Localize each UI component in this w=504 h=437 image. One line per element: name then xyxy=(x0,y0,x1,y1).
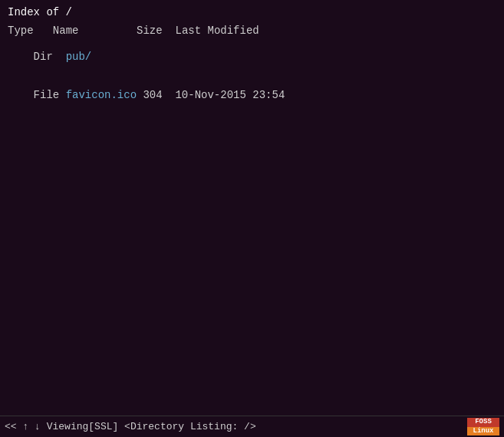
foss-label: FOSS xyxy=(467,418,499,427)
file-row: File favicon.ico 304 10-Nov-2015 23:54 xyxy=(8,77,496,113)
foss-linux-badge: FOSS Linux xyxy=(467,419,499,435)
name-col-header: Name xyxy=(53,25,79,37)
main-content: Index of / Type Name Size Last Modified … xyxy=(0,0,504,416)
modified-col-header: Last Modified xyxy=(175,25,259,37)
file-type-label: File xyxy=(34,89,66,101)
favicon-file-link[interactable]: favicon.ico xyxy=(66,89,137,101)
status-text-area: << ↑ ↓ Viewing[SSL] <Directory Listing: … xyxy=(5,421,256,432)
pub-dir-link[interactable]: pub/ xyxy=(66,51,92,63)
down-arrow-icon[interactable]: ↓ xyxy=(35,421,41,432)
size-col-header: Size xyxy=(137,25,163,37)
column-headers: Type Name Size Last Modified xyxy=(8,25,496,37)
up-arrow-icon[interactable]: ↑ xyxy=(22,421,28,432)
page-title: Index of / xyxy=(8,6,496,18)
left-arrows: << xyxy=(5,421,17,432)
dir-row: Dir pub/ xyxy=(8,38,496,75)
viewing-status: Viewing[SSL] <Directory Listing: /> xyxy=(47,421,256,432)
file-size: 304 10-Nov-2015 23:54 xyxy=(137,89,285,101)
dir-type-label: Dir xyxy=(34,51,66,63)
linux-label: Linux xyxy=(467,427,499,436)
status-bar: << ↑ ↓ Viewing[SSL] <Directory Listing: … xyxy=(0,416,504,437)
type-col-header: Type xyxy=(8,25,34,37)
